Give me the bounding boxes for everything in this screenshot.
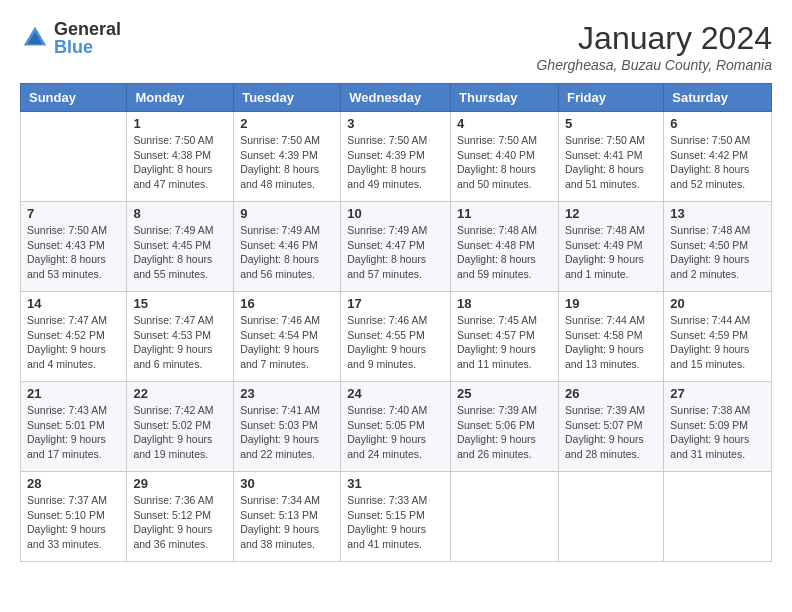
day-number: 11 — [457, 206, 552, 221]
sunrise-text: Sunrise: 7:44 AM — [670, 314, 750, 326]
day-number: 18 — [457, 296, 552, 311]
calendar-cell: 15Sunrise: 7:47 AMSunset: 4:53 PMDayligh… — [127, 292, 234, 382]
day-info: Sunrise: 7:44 AMSunset: 4:59 PMDaylight:… — [670, 313, 765, 372]
day-info: Sunrise: 7:49 AMSunset: 4:47 PMDaylight:… — [347, 223, 444, 282]
sunrise-text: Sunrise: 7:45 AM — [457, 314, 537, 326]
logo-general: General — [54, 20, 121, 38]
logo-blue: Blue — [54, 38, 121, 56]
day-number: 29 — [133, 476, 227, 491]
daylight-text: Daylight: 8 hours and 55 minutes. — [133, 253, 212, 280]
day-number: 24 — [347, 386, 444, 401]
sunrise-text: Sunrise: 7:46 AM — [240, 314, 320, 326]
calendar-cell: 16Sunrise: 7:46 AMSunset: 4:54 PMDayligh… — [234, 292, 341, 382]
day-number: 10 — [347, 206, 444, 221]
day-info: Sunrise: 7:42 AMSunset: 5:02 PMDaylight:… — [133, 403, 227, 462]
calendar-cell: 8Sunrise: 7:49 AMSunset: 4:45 PMDaylight… — [127, 202, 234, 292]
sunset-text: Sunset: 5:01 PM — [27, 419, 105, 431]
sunset-text: Sunset: 4:39 PM — [240, 149, 318, 161]
calendar-week-row: 7Sunrise: 7:50 AMSunset: 4:43 PMDaylight… — [21, 202, 772, 292]
daylight-text: Daylight: 8 hours and 48 minutes. — [240, 163, 319, 190]
calendar-cell: 23Sunrise: 7:41 AMSunset: 5:03 PMDayligh… — [234, 382, 341, 472]
daylight-text: Daylight: 9 hours and 7 minutes. — [240, 343, 319, 370]
day-info: Sunrise: 7:49 AMSunset: 4:46 PMDaylight:… — [240, 223, 334, 282]
day-number: 4 — [457, 116, 552, 131]
sunrise-text: Sunrise: 7:41 AM — [240, 404, 320, 416]
sunrise-text: Sunrise: 7:47 AM — [27, 314, 107, 326]
calendar-cell — [451, 472, 559, 562]
sunset-text: Sunset: 5:05 PM — [347, 419, 425, 431]
calendar-table: Sunday Monday Tuesday Wednesday Thursday… — [20, 83, 772, 562]
page-header: General Blue January 2024 Ghergheasa, Bu… — [20, 20, 772, 73]
title-block: January 2024 Ghergheasa, Buzau County, R… — [536, 20, 772, 73]
day-number: 17 — [347, 296, 444, 311]
day-info: Sunrise: 7:39 AMSunset: 5:07 PMDaylight:… — [565, 403, 657, 462]
calendar-cell: 27Sunrise: 7:38 AMSunset: 5:09 PMDayligh… — [664, 382, 772, 472]
sunset-text: Sunset: 4:55 PM — [347, 329, 425, 341]
calendar-cell: 21Sunrise: 7:43 AMSunset: 5:01 PMDayligh… — [21, 382, 127, 472]
daylight-text: Daylight: 9 hours and 19 minutes. — [133, 433, 212, 460]
day-number: 31 — [347, 476, 444, 491]
day-number: 25 — [457, 386, 552, 401]
day-number: 22 — [133, 386, 227, 401]
sunset-text: Sunset: 5:06 PM — [457, 419, 535, 431]
day-info: Sunrise: 7:46 AMSunset: 4:54 PMDaylight:… — [240, 313, 334, 372]
daylight-text: Daylight: 9 hours and 36 minutes. — [133, 523, 212, 550]
daylight-text: Daylight: 8 hours and 56 minutes. — [240, 253, 319, 280]
daylight-text: Daylight: 8 hours and 52 minutes. — [670, 163, 749, 190]
calendar-cell: 1Sunrise: 7:50 AMSunset: 4:38 PMDaylight… — [127, 112, 234, 202]
daylight-text: Daylight: 9 hours and 6 minutes. — [133, 343, 212, 370]
calendar-cell: 30Sunrise: 7:34 AMSunset: 5:13 PMDayligh… — [234, 472, 341, 562]
day-info: Sunrise: 7:47 AMSunset: 4:52 PMDaylight:… — [27, 313, 120, 372]
daylight-text: Daylight: 8 hours and 51 minutes. — [565, 163, 644, 190]
calendar-cell: 26Sunrise: 7:39 AMSunset: 5:07 PMDayligh… — [558, 382, 663, 472]
sunrise-text: Sunrise: 7:36 AM — [133, 494, 213, 506]
day-number: 14 — [27, 296, 120, 311]
daylight-text: Daylight: 9 hours and 41 minutes. — [347, 523, 426, 550]
day-number: 12 — [565, 206, 657, 221]
day-info: Sunrise: 7:36 AMSunset: 5:12 PMDaylight:… — [133, 493, 227, 552]
daylight-text: Daylight: 8 hours and 50 minutes. — [457, 163, 536, 190]
day-info: Sunrise: 7:39 AMSunset: 5:06 PMDaylight:… — [457, 403, 552, 462]
logo-icon — [20, 23, 50, 53]
calendar-cell — [558, 472, 663, 562]
day-info: Sunrise: 7:48 AMSunset: 4:48 PMDaylight:… — [457, 223, 552, 282]
sunrise-text: Sunrise: 7:49 AM — [240, 224, 320, 236]
sunset-text: Sunset: 4:53 PM — [133, 329, 211, 341]
day-info: Sunrise: 7:50 AMSunset: 4:39 PMDaylight:… — [347, 133, 444, 192]
sunrise-text: Sunrise: 7:33 AM — [347, 494, 427, 506]
sunset-text: Sunset: 4:48 PM — [457, 239, 535, 251]
sunrise-text: Sunrise: 7:50 AM — [457, 134, 537, 146]
day-number: 3 — [347, 116, 444, 131]
day-info: Sunrise: 7:50 AMSunset: 4:38 PMDaylight:… — [133, 133, 227, 192]
daylight-text: Daylight: 9 hours and 11 minutes. — [457, 343, 536, 370]
day-number: 23 — [240, 386, 334, 401]
day-number: 1 — [133, 116, 227, 131]
daylight-text: Daylight: 9 hours and 13 minutes. — [565, 343, 644, 370]
day-info: Sunrise: 7:50 AMSunset: 4:42 PMDaylight:… — [670, 133, 765, 192]
day-number: 19 — [565, 296, 657, 311]
sunset-text: Sunset: 4:45 PM — [133, 239, 211, 251]
daylight-text: Daylight: 9 hours and 38 minutes. — [240, 523, 319, 550]
day-info: Sunrise: 7:50 AMSunset: 4:39 PMDaylight:… — [240, 133, 334, 192]
sunrise-text: Sunrise: 7:50 AM — [240, 134, 320, 146]
daylight-text: Daylight: 8 hours and 57 minutes. — [347, 253, 426, 280]
header-thursday: Thursday — [451, 84, 559, 112]
day-info: Sunrise: 7:50 AMSunset: 4:43 PMDaylight:… — [27, 223, 120, 282]
day-info: Sunrise: 7:33 AMSunset: 5:15 PMDaylight:… — [347, 493, 444, 552]
calendar-cell: 12Sunrise: 7:48 AMSunset: 4:49 PMDayligh… — [558, 202, 663, 292]
sunset-text: Sunset: 4:59 PM — [670, 329, 748, 341]
sunrise-text: Sunrise: 7:48 AM — [565, 224, 645, 236]
sunrise-text: Sunrise: 7:50 AM — [347, 134, 427, 146]
calendar-cell: 29Sunrise: 7:36 AMSunset: 5:12 PMDayligh… — [127, 472, 234, 562]
calendar-cell: 28Sunrise: 7:37 AMSunset: 5:10 PMDayligh… — [21, 472, 127, 562]
sunset-text: Sunset: 4:54 PM — [240, 329, 318, 341]
sunrise-text: Sunrise: 7:46 AM — [347, 314, 427, 326]
sunrise-text: Sunrise: 7:47 AM — [133, 314, 213, 326]
sunset-text: Sunset: 5:03 PM — [240, 419, 318, 431]
day-number: 27 — [670, 386, 765, 401]
calendar-cell: 24Sunrise: 7:40 AMSunset: 5:05 PMDayligh… — [341, 382, 451, 472]
daylight-text: Daylight: 9 hours and 15 minutes. — [670, 343, 749, 370]
sunrise-text: Sunrise: 7:42 AM — [133, 404, 213, 416]
day-number: 9 — [240, 206, 334, 221]
sunrise-text: Sunrise: 7:43 AM — [27, 404, 107, 416]
